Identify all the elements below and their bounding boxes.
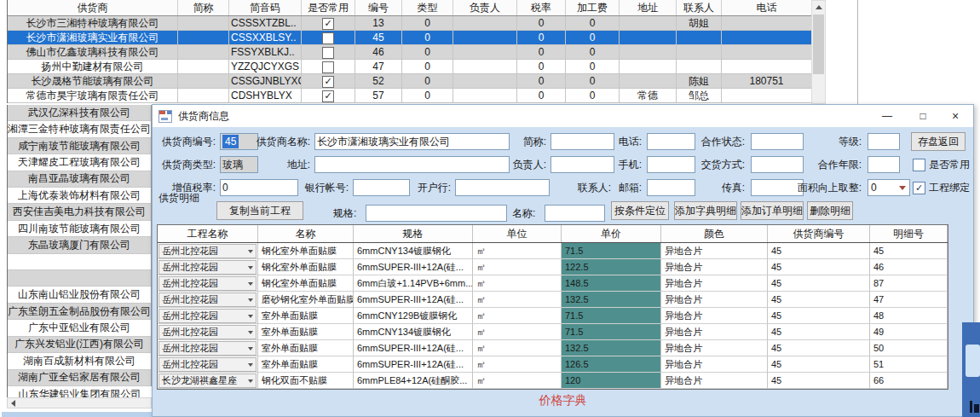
col-header-price[interactable]: 单价 xyxy=(562,225,661,242)
project-combobox[interactable]: 岳州北控花园 xyxy=(159,292,257,307)
supplier-list-item[interactable]: 西安佳吉美电力科技有限公司 xyxy=(8,204,151,220)
vat-rate-field[interactable]: 0 xyxy=(220,179,298,196)
area-round-combobox[interactable]: 0 xyxy=(868,179,910,196)
col-header-tax[interactable]: 税率 xyxy=(517,0,566,15)
bank-branch-field[interactable] xyxy=(455,179,550,196)
project-combobox[interactable]: 岳州北控花园 xyxy=(159,244,257,258)
address-field[interactable] xyxy=(314,156,510,173)
add-order-detail-button[interactable]: 添加订单明细 xyxy=(741,201,804,220)
supplier-row[interactable]: 常德市昊宇玻璃有限责任公司CDSHYBLYX✓57000常德邹总 xyxy=(8,89,812,103)
supplier-list-item[interactable]: 湖南广亚全铝家居有限公司 xyxy=(8,370,151,386)
maximize-button[interactable]: □ xyxy=(908,105,937,127)
project-combobox[interactable]: 岳州北控花园 xyxy=(159,341,257,356)
detail-row[interactable]: 岳州北控花园室外单面贴膜6mmCNY129B镀膜钢化㎡71.5异地合片4548 xyxy=(158,308,948,324)
checkbox-checked[interactable]: ✓ xyxy=(322,76,334,88)
supplier-list-item[interactable]: 湖南百成新材料有限公司 xyxy=(8,353,151,369)
grade-field[interactable] xyxy=(868,133,900,150)
col-header-contact[interactable]: 联系人 xyxy=(677,0,722,15)
dialog-titlebar[interactable]: 供货商信息 — □ × xyxy=(153,105,973,127)
locate-by-condition-button[interactable]: 按条件定位 xyxy=(611,201,669,220)
col-header-color[interactable]: 颜色 xyxy=(661,225,768,242)
scroll-left-icon[interactable] xyxy=(8,400,19,407)
common-use-checkbox[interactable]: 是否常用 xyxy=(913,158,970,171)
col-header-spec[interactable]: 规格 xyxy=(354,225,473,242)
supplier-grid-horizontal-scrollbar[interactable] xyxy=(7,397,152,408)
detail-row[interactable]: 岳州北控花园室外单面贴膜6mmSUPER-III+12A(硅...㎡126.5异… xyxy=(158,356,948,373)
project-combobox[interactable]: 长沙龙湖祺鑫星座 xyxy=(159,374,257,388)
scrollbar-thumb[interactable] xyxy=(813,14,824,74)
coop-status-field[interactable] xyxy=(751,133,804,150)
delivery-field[interactable] xyxy=(751,156,804,173)
project-combobox[interactable]: 岳州北控花园 xyxy=(159,260,257,275)
supplier-list-item[interactable]: 南昌亚晶玻璃有限公司 xyxy=(8,171,151,188)
project-binding-checkbox[interactable]: ✓ 工程绑定 xyxy=(913,181,970,194)
col-header-addr[interactable]: 地址 xyxy=(620,0,677,15)
col-header-manager[interactable]: 负责人 xyxy=(453,0,517,15)
email-field[interactable] xyxy=(647,179,695,196)
supplier-list-item[interactable]: 广东坚朗五金制品股份有限公司 xyxy=(8,304,151,320)
scroll-up-icon[interactable] xyxy=(812,1,825,14)
abbr-field[interactable] xyxy=(551,133,614,150)
bank-account-field[interactable] xyxy=(353,179,410,196)
close-button[interactable]: × xyxy=(941,105,970,127)
project-combobox[interactable]: 岳州北控花园 xyxy=(159,309,257,323)
mobile-field[interactable] xyxy=(647,156,695,173)
spec-filter-input[interactable] xyxy=(366,205,507,222)
supplier-row[interactable]: 扬州中勤建材有限公司YZZQJCYXGS47000 xyxy=(8,60,812,74)
phone-field[interactable] xyxy=(647,133,695,150)
col-header-common[interactable]: 是否常用 xyxy=(302,0,355,15)
col-header-name[interactable]: 供货商 xyxy=(8,0,178,15)
delete-detail-button[interactable]: 删除明细 xyxy=(807,201,853,220)
supplier-list-item[interactable]: 广东中亚铝业有限公司 xyxy=(8,320,151,336)
col-header-name[interactable]: 名称 xyxy=(258,225,354,242)
supplier-row[interactable]: 长沙市潇湘玻璃实业有限公司CSSXXBLSY..45000 xyxy=(8,31,812,45)
supplier-grid-vertical-scrollbar[interactable] xyxy=(811,0,826,104)
project-combobox[interactable]: 岳州北控花园 xyxy=(159,357,257,372)
col-header-unit[interactable]: 单位 xyxy=(473,225,562,242)
checkbox-unchecked[interactable] xyxy=(322,61,334,73)
checkbox-unchecked[interactable] xyxy=(322,47,334,59)
col-header-phone[interactable]: 电话 xyxy=(722,0,812,15)
detail-row[interactable]: 岳州北控花园钢化室外单面贴膜6mmSUPER-III+12A(硅...㎡122.… xyxy=(158,259,948,275)
detail-row[interactable]: 岳州北控花园室外单面贴膜6mmCNY134镀膜钢化㎡71.5异地合片4549 xyxy=(158,324,948,340)
name-filter-input[interactable] xyxy=(545,205,605,222)
detail-row[interactable]: 岳州北控花园钢化室外单面贴膜6mmCNY134镀膜钢化㎡71.5异地合片4545 xyxy=(158,243,948,259)
supplier-list-item[interactable]: 咸宁南玻节能玻璃有限公司 xyxy=(8,138,151,154)
col-header-abbr[interactable]: 简称 xyxy=(178,0,229,15)
supplier-row-clipped[interactable]: 山东华建铝业集团有限公司 xyxy=(7,386,152,397)
manager-field[interactable] xyxy=(551,156,614,173)
supplier-name-field[interactable]: 长沙市潇湘玻璃实业有限公司 xyxy=(314,133,510,150)
col-header-code[interactable]: 简音码 xyxy=(229,0,302,15)
supplier-list-item[interactable]: 武汉亿深科技有限公司 xyxy=(8,105,151,121)
checkbox-checked[interactable]: ✓ xyxy=(322,90,334,102)
supplier-list-empty-row[interactable] xyxy=(8,254,151,270)
supplier-row[interactable]: 长沙晟格节能玻璃有限公司CSSGJNBLYXGS✓52000陈姐180751 xyxy=(8,74,812,89)
supplier-list-item[interactable]: 广东兴发铝业(江西)有限公司 xyxy=(8,337,151,353)
supplier-list-empty-row[interactable] xyxy=(8,270,151,287)
right-scrollbar-thumb[interactable] xyxy=(966,345,980,377)
col-header-fee[interactable]: 加工费 xyxy=(566,0,620,15)
coop-years-field[interactable] xyxy=(868,156,900,173)
supplier-list-item[interactable]: 湘潭三金特种玻璃有限责任公司 xyxy=(8,121,151,137)
detail-row[interactable]: 岳州北控花园室外单面贴膜6mmSUPER-III+12A(硅...㎡132.5异… xyxy=(158,340,948,356)
detail-row[interactable]: 长沙龙湖祺鑫星座钢化双面不贴膜6mmPLE84+12A(硅酮胶...㎡120异地… xyxy=(158,373,948,389)
add-dictionary-detail-button[interactable]: 添加字典明细 xyxy=(674,201,737,220)
col-header-type[interactable]: 类型 xyxy=(402,0,453,15)
save-return-button[interactable]: 存盘返回 xyxy=(911,132,966,151)
supplier-list-item[interactable]: 东晶玻璃厦门有限公司 xyxy=(8,237,151,253)
supplier-list-item[interactable]: 上海优泰装饰材料有限公司 xyxy=(8,188,151,204)
col-header-project[interactable]: 工程名称 xyxy=(158,225,258,242)
project-combobox[interactable]: 岳州北控花园 xyxy=(159,276,257,291)
checkbox-unchecked[interactable] xyxy=(322,32,334,44)
supplier-list-item[interactable]: 四川南玻节能玻璃有限公司 xyxy=(8,221,151,237)
supplier-row[interactable]: 佛山市亿鑫玻璃科技有限公司FSSYXBLKJ..46000 xyxy=(8,45,812,60)
supplier-list-item[interactable]: 山东南山铝业股份有限公司 xyxy=(8,287,151,303)
checkbox-checked[interactable]: ✓ xyxy=(322,18,334,30)
detail-row[interactable]: 岳州北控花园磨砂钢化室外单面贴膜6mmSUPER-III+12A(硅...㎡13… xyxy=(158,292,948,308)
detail-row[interactable]: 岳州北控花园钢化室外单面贴膜6mm白玻+1.14PVB+6mm...㎡148.5… xyxy=(158,275,948,292)
col-header-number[interactable]: 编号 xyxy=(355,0,402,15)
supplier-row[interactable]: 长沙市三湘特种玻璃有限公司CSSSXTZBL..✓13000胡姐 xyxy=(8,16,812,31)
project-combobox[interactable]: 岳州北控花园 xyxy=(159,325,257,339)
col-header-detail_no[interactable]: 明细号 xyxy=(870,225,948,242)
copy-current-project-button[interactable]: 复制当前工程 xyxy=(216,201,303,220)
